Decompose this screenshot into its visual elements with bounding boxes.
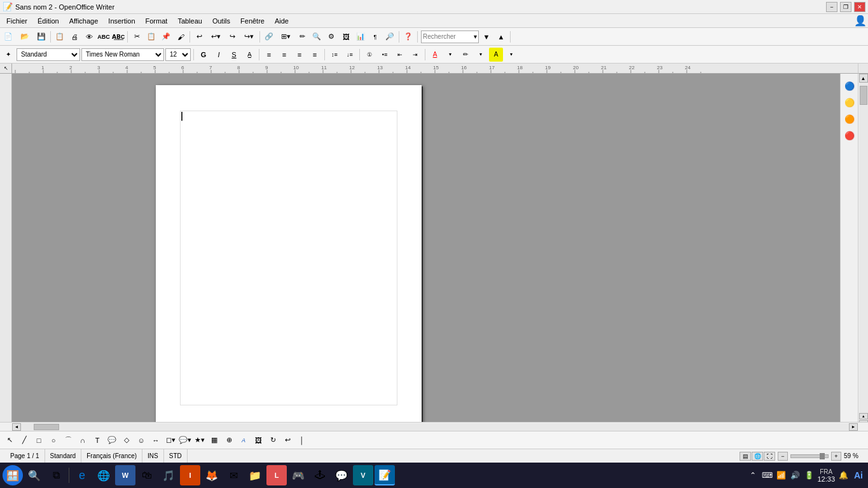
task-mail[interactable]: ✉ <box>223 465 244 485</box>
tray-notification[interactable]: 🔔 <box>837 470 849 481</box>
style-select[interactable]: Standard <box>17 48 80 61</box>
shadow-button[interactable]: A̲ <box>242 48 256 62</box>
help-button[interactable]: ❓ <box>401 30 415 44</box>
zoom-out[interactable]: − <box>778 452 788 461</box>
sidebar-icon-2[interactable]: 🟡 <box>843 95 857 109</box>
align-left[interactable]: ≡ <box>262 48 276 62</box>
draw-vline[interactable]: │ <box>295 433 309 447</box>
cut-button[interactable]: ✂ <box>130 30 144 44</box>
start-button[interactable]: 🪟 <box>3 465 23 485</box>
font-color[interactable]: A <box>428 48 442 62</box>
paste-button[interactable]: 📌 <box>159 30 173 44</box>
undo-button[interactable]: ↩ <box>192 30 206 44</box>
list-num[interactable]: ① <box>362 48 376 62</box>
scroll-track-h[interactable] <box>21 423 849 431</box>
bold-button[interactable]: G <box>196 48 210 62</box>
draw-flowchart[interactable]: ◻▾ <box>163 433 177 447</box>
draw-diamond[interactable]: ◇ <box>120 433 134 447</box>
std-mode[interactable]: STD <box>164 449 188 463</box>
task-app2[interactable]: 🎮 <box>288 465 308 485</box>
draw-smiley[interactable]: ☺ <box>134 433 148 447</box>
sidebar-icon-3[interactable]: 🟠 <box>843 112 857 126</box>
scroll-page-up[interactable]: ▴ <box>859 413 868 419</box>
spell2-button[interactable]: A͟B͟C <box>111 30 125 44</box>
tray-up-arrow[interactable]: ⌃ <box>747 470 759 481</box>
font-color-drop[interactable]: ▾ <box>443 48 457 62</box>
print-button[interactable]: 🖨 <box>67 30 81 44</box>
task-discord[interactable]: 💬 <box>331 465 352 485</box>
font-select[interactable]: Times New Roman <box>81 48 164 61</box>
task-chrome[interactable]: 🌐 <box>93 465 114 485</box>
align-right[interactable]: ≡ <box>293 48 307 62</box>
task-steam[interactable]: 🕹 <box>310 465 330 485</box>
menu-edition[interactable]: Édition <box>32 16 64 26</box>
format-paint[interactable]: 🖌 <box>174 30 188 44</box>
draw-select[interactable]: ↖ <box>3 433 17 447</box>
list-bullet[interactable]: •≡ <box>378 48 392 62</box>
draw-rect[interactable]: □ <box>32 433 46 447</box>
pdf-button[interactable]: 📋 <box>53 30 67 44</box>
draw-line[interactable]: ╱ <box>17 433 31 447</box>
task-app1[interactable]: L <box>266 465 287 485</box>
task-firefox[interactable]: 🦊 <box>202 465 222 485</box>
bg-color[interactable]: A <box>489 48 503 62</box>
img-button[interactable]: 🖼 <box>339 30 353 44</box>
field-button[interactable]: ¶ <box>368 30 382 44</box>
view-full[interactable]: ⛶ <box>764 452 775 461</box>
menu-fichier[interactable]: Fichier <box>1 16 32 26</box>
draw-text[interactable]: T <box>90 433 104 447</box>
task-search[interactable]: 🔍 <box>24 465 45 485</box>
task-taskview[interactable]: ⧉ <box>46 465 66 485</box>
tray-battery[interactable]: 🔋 <box>803 470 815 481</box>
menu-tableau[interactable]: Tableau <box>172 16 207 26</box>
spell-button[interactable]: ABC <box>97 30 111 44</box>
scroll-up[interactable]: ▲ <box>859 74 868 83</box>
redo-list[interactable]: ↪▾ <box>240 30 258 44</box>
restore-button[interactable]: ❐ <box>840 2 851 12</box>
sidebar-icon-4[interactable]: 🔴 <box>843 128 857 142</box>
preview-button[interactable]: 👁 <box>82 30 96 44</box>
menu-outils[interactable]: Outils <box>207 16 235 26</box>
task-music[interactable]: 🎵 <box>158 465 179 485</box>
new-button[interactable]: 📄 <box>1 30 15 44</box>
sidebar-icon-1[interactable]: 🔵 <box>843 79 857 93</box>
underline-button[interactable]: S <box>227 48 241 62</box>
highlight-color[interactable]: ✏ <box>458 48 472 62</box>
draw-rotate[interactable]: ↻ <box>266 433 280 447</box>
bg-color-drop[interactable]: ▾ <box>504 48 518 62</box>
task-libreoffice-draw[interactable]: I <box>180 465 200 485</box>
open-button[interactable]: 📂 <box>16 30 34 44</box>
size-select[interactable]: 12 <box>165 48 191 61</box>
style-list[interactable]: ✦ <box>1 48 15 62</box>
source-button[interactable]: ⚙ <box>324 30 338 44</box>
draw-bubble[interactable]: 💬▾ <box>178 433 192 447</box>
indent-less[interactable]: ⇤ <box>393 48 407 62</box>
save-button[interactable]: 💾 <box>34 30 48 44</box>
menu-aide[interactable]: Aide <box>270 16 294 26</box>
task-openoffice[interactable]: 📝 <box>375 465 395 485</box>
search-up[interactable]: ▲ <box>494 30 508 44</box>
draw-ellipse[interactable]: ○ <box>46 433 60 447</box>
draw-points[interactable]: ▦ <box>207 433 221 447</box>
menu-insertion[interactable]: Insertion <box>103 16 140 26</box>
draw-fontwork[interactable]: A <box>237 433 251 447</box>
show-draw[interactable]: ✏ <box>295 30 309 44</box>
view-web[interactable]: 🌐 <box>752 452 763 461</box>
table-button[interactable]: ⊞▾ <box>277 30 294 44</box>
scroll-right[interactable]: ► <box>849 423 858 431</box>
draw-from-file[interactable]: 🖼 <box>251 433 265 447</box>
highlight-drop[interactable]: ▾ <box>474 48 488 62</box>
task-app3[interactable]: V <box>353 465 373 485</box>
clock-widget[interactable]: FRA 12:33 <box>817 468 835 483</box>
undo-list[interactable]: ↩▾ <box>207 30 224 44</box>
draw-undo-local[interactable]: ↩ <box>280 433 294 447</box>
task-ie[interactable]: e <box>72 465 92 485</box>
scroll-track-v[interactable] <box>859 83 868 413</box>
draw-glue[interactable]: ⊕ <box>222 433 236 447</box>
menu-affichage[interactable]: Affichage <box>64 16 104 26</box>
view-normal[interactable]: ▤ <box>740 452 751 461</box>
close-button[interactable]: ✕ <box>854 2 865 12</box>
tray-keyboard[interactable]: ⌨ <box>761 470 773 481</box>
para-spacing[interactable]: ↓≡ <box>343 48 357 62</box>
zoom-button[interactable]: 🔎 <box>383 30 397 44</box>
